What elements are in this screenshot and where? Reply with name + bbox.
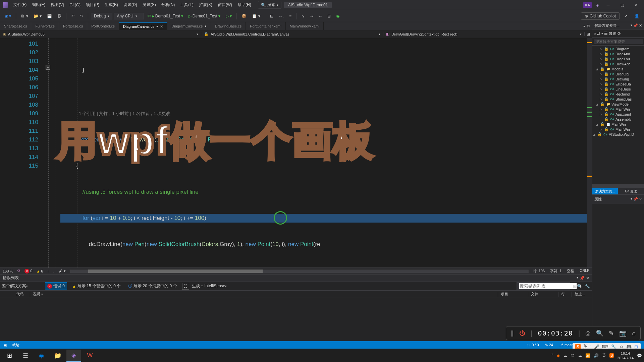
status-updown[interactable]: ↑↓ 0 / 0 [527,343,539,347]
tree-item[interactable]: ◢🔒📁ViewModel [592,102,644,107]
start-nodebug-button[interactable]: ▷ Demo01_Test ▾ [186,13,222,19]
config-dropdown[interactable]: Debug▾ [91,13,112,19]
brush-icon[interactable]: 🖌 ▾ [59,269,65,273]
menu-test[interactable]: 测试(S) [140,2,159,8]
tab-portcontainer[interactable]: PortContainer.xaml [246,22,286,30]
indent-indicator[interactable]: 空格 [567,268,574,274]
tab-portbase[interactable]: PortBase.cs [59,22,87,30]
tray-up-icon[interactable]: ˄ [551,353,553,358]
menu-extensions[interactable]: 扩展(X) [196,2,215,8]
taskbar-clock[interactable]: 16:14 2024/7/14 [617,351,634,360]
tray-wifi-icon[interactable]: 📶 [585,353,590,358]
tree-item[interactable]: ▷🔒C#App.xaml [592,112,644,117]
close-tab-icon[interactable]: ✕ [160,24,163,29]
col-desc[interactable]: 说明 ▾ [30,292,498,297]
toolbar-icon-10[interactable]: ◉ [334,13,341,19]
minimap-scrollbar[interactable] [587,38,592,267]
tree-item[interactable]: ◢🔒📄MainWin [592,122,644,127]
toolbar-icon-1[interactable]: 📦 [239,13,249,19]
solution-search-input[interactable] [594,39,643,44]
col-code[interactable]: 代码 [13,292,30,297]
nav-back-button[interactable]: ◉ ▾ [3,13,13,19]
wps-icon[interactable]: W [83,350,97,362]
panel-dropdown-icon[interactable]: ▾ [577,276,578,281]
tab-sharpbase[interactable]: SharpBase.cs [0,22,31,30]
menu-debug[interactable]: 调试(D) [121,2,140,8]
tab-drawingbase[interactable]: DrawingBase.cs [211,22,246,30]
menu-edit[interactable]: 编辑(E) [29,2,48,8]
account-button[interactable]: 👤 [632,13,641,19]
error-search-input[interactable]: 🔍 [517,282,570,290]
tree-scrollbar[interactable] [592,184,644,188]
tray-onedrive-icon[interactable]: ☁ [578,353,582,358]
tabs-settings-icon[interactable]: ⚙ [586,24,590,28]
tree-item[interactable]: ▷🔒C#DragAnd [592,51,644,56]
message-filter-button[interactable]: ⓘ展示 20 个消息中的 0 个 [126,282,179,290]
warning-count[interactable]: ▲ 6 [36,269,43,273]
col-file[interactable]: 文件 [528,292,558,297]
horizontal-scrollbar[interactable] [70,269,529,273]
nav-class-combo[interactable]: 🔒AIStudio.Wpf.Demo01.Controls.DiagramCan… [201,32,383,36]
undo-button[interactable]: ↶ [69,13,76,19]
filter-icon[interactable]: ☵ [182,283,189,290]
line-indicator[interactable]: 行: 106 [533,268,545,274]
start-debug-button[interactable]: ⚙ ▸ Demo01_Test ▾ [145,13,185,19]
task-view-icon[interactable]: ☰ [18,350,33,362]
tree-item[interactable]: ▷🔒C#DrawAdc [592,61,644,66]
props-dropdown-icon[interactable]: ▾ [631,197,632,201]
tray-sogou-icon[interactable]: S [609,353,614,358]
toolbar-icon-7[interactable]: ⇥ [308,13,315,19]
col-suppress[interactable]: 禁止... [572,292,592,297]
tree-item[interactable]: ▷🔒C#Drawing [592,76,644,81]
new-item-button[interactable]: 🗎 ▾ [19,13,30,19]
prop-icon-2[interactable]: ⬇ [579,284,582,289]
error-filter-button[interactable]: ✕错误 0 [45,282,67,290]
error-count[interactable]: ✕ 0 [24,269,32,274]
share-button[interactable]: ↗ [622,13,630,19]
tray-brave-icon[interactable]: ◆ [557,353,560,358]
tree-item[interactable]: ▷🔒C#MainWin [592,127,644,132]
tray-ime-icon[interactable]: 英 [602,353,606,358]
pause-icon[interactable]: ‖ [511,329,514,337]
tree-item[interactable]: 🔒C#Assembly [592,117,644,122]
panel-pin-icon[interactable]: 📌 [633,23,638,28]
fold-toggle-icon[interactable]: − [46,65,50,70]
tree-item[interactable]: ▷🔒C#Rectangl [592,92,644,97]
nav-up-icon[interactable]: ↑ [47,269,49,273]
diamond-icon[interactable]: ◈ [596,3,599,7]
menu-window[interactable]: 窗口(W) [215,2,235,8]
menu-tools[interactable]: 工具(T) [177,2,196,8]
zoom-level[interactable]: 168 % [3,269,13,273]
explorer-icon[interactable]: 📁 [50,350,65,362]
home-icon[interactable]: ⌂ [594,31,596,36]
redo-button[interactable]: ↷ [78,13,85,19]
tab-diagramcanvas-active[interactable]: DiagramCanvas.cs●✕ [119,22,167,30]
tree-item[interactable]: ▷🔒C#EllipseBa [592,81,644,86]
props-close-icon[interactable]: ✕ [639,197,642,201]
tree-item[interactable]: ▷🔒C#LineBase [592,86,644,92]
toolbar-icon-3[interactable]: ⊟ [268,13,275,19]
props-pin-icon[interactable]: 📌 [633,197,638,201]
panel-close-icon[interactable]: ✕ [586,276,589,281]
open-button[interactable]: 📂 ▾ [32,13,44,19]
nav-project-combo[interactable]: ▣AIStudio.Wpf.Demo06▾ [0,32,201,36]
minimize-button[interactable]: ─ [603,3,613,7]
se-icon-2[interactable]: ⇄ [597,31,600,36]
notifications-icon[interactable]: 💬 [637,353,642,358]
col-project[interactable]: 项目 [498,292,528,297]
close-button[interactable]: ✕ [631,3,641,7]
menu-git[interactable]: Git(G) [67,3,83,7]
menu-analyze[interactable]: 分析(N) [159,2,178,8]
split-editor-icon[interactable]: ⊞ [585,32,592,37]
edge-icon[interactable]: ◉ [34,350,49,362]
github-copilot-button[interactable]: ⊚ GitHub Copilot [581,12,620,20]
toolbar-icon-5[interactable]: ≡ [287,13,293,19]
tray-cloud-icon[interactable]: ☁ [563,353,567,358]
zoom-icon[interactable]: 🔍 [596,329,603,337]
tree-item[interactable]: ◢🔒C#AIStudio.Wpf.D [592,132,644,137]
draw-icon[interactable]: ✎ [609,329,614,337]
error-search-field[interactable] [519,283,577,289]
hot-reload-button[interactable]: ▷ ▾ [224,13,234,19]
tab-solution-explorer[interactable]: 解决方案资... [592,188,618,194]
tree-item[interactable]: ▷🔒C#DragObj [592,71,644,76]
